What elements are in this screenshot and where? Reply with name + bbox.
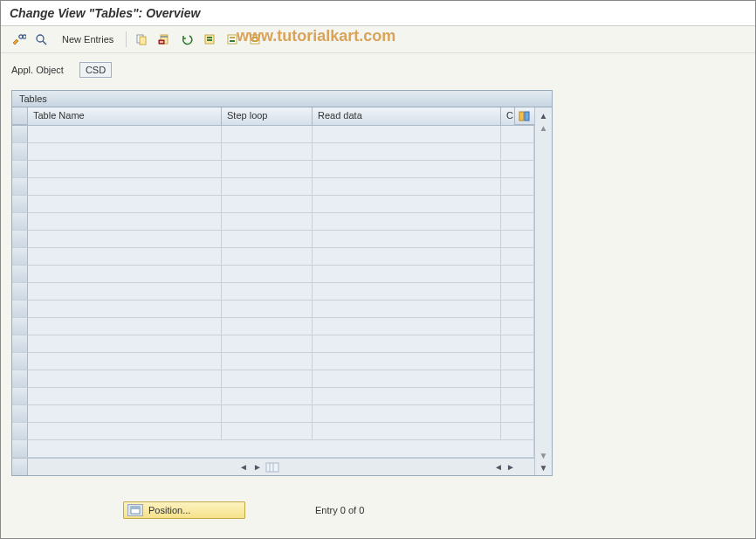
grid-cell[interactable] bbox=[501, 248, 534, 266]
grid-cell[interactable] bbox=[28, 126, 222, 143]
row-selector[interactable] bbox=[12, 370, 28, 388]
grid-cell[interactable] bbox=[28, 248, 222, 266]
grid-cell[interactable] bbox=[501, 335, 534, 353]
row-selector[interactable] bbox=[12, 266, 28, 283]
grid-cell[interactable] bbox=[222, 126, 313, 143]
copy-button[interactable] bbox=[132, 30, 151, 49]
grid-cell[interactable] bbox=[313, 196, 501, 213]
select-all-button[interactable] bbox=[200, 30, 219, 49]
scroll-right2-button[interactable]: ► bbox=[505, 461, 517, 473]
grid-cell[interactable] bbox=[28, 301, 222, 318]
grid-cell[interactable] bbox=[222, 388, 313, 405]
grid-cell[interactable] bbox=[501, 388, 534, 405]
row-selector[interactable] bbox=[12, 440, 28, 458]
row-selector[interactable] bbox=[12, 405, 28, 423]
scroll-left-button[interactable]: ◄ bbox=[237, 461, 250, 473]
row-selector[interactable] bbox=[12, 423, 28, 440]
row-selector[interactable] bbox=[12, 161, 28, 178]
grid-cell[interactable] bbox=[501, 196, 534, 213]
row-selector[interactable] bbox=[12, 248, 28, 266]
grid-cell[interactable] bbox=[313, 353, 501, 370]
delete-button[interactable] bbox=[155, 30, 174, 49]
grid-cell[interactable] bbox=[28, 423, 222, 440]
row-selector[interactable] bbox=[12, 126, 28, 143]
grid-cell[interactable] bbox=[222, 301, 313, 318]
grid-cell[interactable] bbox=[28, 178, 222, 196]
grid-cell[interactable] bbox=[28, 196, 222, 213]
grid-cell[interactable] bbox=[313, 370, 501, 388]
row-selector[interactable] bbox=[12, 213, 28, 231]
scroll-up-button[interactable]: ▲ bbox=[538, 109, 550, 121]
col-header-read-data[interactable]: Read data bbox=[313, 107, 501, 125]
scroll-left2-button[interactable]: ◄ bbox=[492, 461, 505, 473]
grid-cell[interactable] bbox=[501, 231, 534, 248]
grid-cell[interactable] bbox=[501, 353, 534, 370]
row-selector[interactable] bbox=[12, 196, 28, 213]
grid-cell[interactable] bbox=[222, 143, 313, 161]
grid-cell[interactable] bbox=[28, 283, 222, 301]
col-header-table-name[interactable]: Table Name bbox=[28, 107, 222, 125]
grid-cell[interactable] bbox=[222, 353, 313, 370]
grid-cell[interactable] bbox=[313, 388, 501, 405]
grid-cell[interactable] bbox=[313, 231, 501, 248]
row-selector[interactable] bbox=[12, 178, 28, 196]
grid-cell[interactable] bbox=[501, 423, 534, 440]
grid-cell[interactable] bbox=[501, 213, 534, 231]
grid-cell[interactable] bbox=[222, 405, 313, 423]
grid-cell[interactable] bbox=[313, 335, 501, 353]
grid-cell[interactable] bbox=[222, 370, 313, 388]
grid-cell[interactable] bbox=[28, 353, 222, 370]
col-header-c[interactable]: C bbox=[501, 107, 515, 125]
vertical-scrollbar[interactable]: ▲ ▲ ▼ ▼ bbox=[534, 107, 552, 475]
grid-cell[interactable] bbox=[501, 143, 534, 161]
grid-cell[interactable] bbox=[313, 126, 501, 143]
grid-cell[interactable] bbox=[28, 231, 222, 248]
grid-cell[interactable] bbox=[313, 405, 501, 423]
grid-cell[interactable] bbox=[313, 301, 501, 318]
grid-cell[interactable] bbox=[28, 388, 222, 405]
position-button[interactable]: Position... bbox=[123, 501, 245, 519]
row-selector-header[interactable] bbox=[12, 107, 28, 125]
col-header-step-loop[interactable]: Step loop bbox=[222, 107, 313, 125]
grid-cell[interactable] bbox=[28, 266, 222, 283]
grid-cell[interactable] bbox=[313, 213, 501, 231]
grid-cell[interactable] bbox=[313, 283, 501, 301]
grid-cell[interactable] bbox=[222, 213, 313, 231]
grid-cell[interactable] bbox=[313, 266, 501, 283]
grid-cell[interactable] bbox=[501, 178, 534, 196]
grid-cell[interactable] bbox=[222, 283, 313, 301]
grid-cell[interactable] bbox=[313, 423, 501, 440]
toggle-display-change-button[interactable] bbox=[10, 30, 29, 49]
grid-cell[interactable] bbox=[501, 126, 534, 143]
grid-cell[interactable] bbox=[222, 266, 313, 283]
row-selector[interactable] bbox=[12, 335, 28, 353]
grid-cell[interactable] bbox=[501, 370, 534, 388]
grid-cell[interactable] bbox=[28, 335, 222, 353]
grid-cell[interactable] bbox=[222, 178, 313, 196]
row-selector[interactable] bbox=[12, 143, 28, 161]
grid-cell[interactable] bbox=[313, 318, 501, 335]
row-selector[interactable] bbox=[12, 301, 28, 318]
grid-cell-spanning[interactable] bbox=[28, 440, 534, 458]
grid-cell[interactable] bbox=[501, 301, 534, 318]
grid-cell[interactable] bbox=[501, 405, 534, 423]
column-config-icon[interactable] bbox=[265, 462, 279, 473]
grid-cell[interactable] bbox=[501, 318, 534, 335]
find-button[interactable] bbox=[32, 30, 52, 49]
grid-cell[interactable] bbox=[222, 335, 313, 353]
grid-cell[interactable] bbox=[501, 161, 534, 178]
grid-cell[interactable] bbox=[222, 161, 313, 178]
row-selector[interactable] bbox=[12, 318, 28, 335]
grid-cell[interactable] bbox=[28, 370, 222, 388]
row-selector[interactable] bbox=[12, 388, 28, 405]
scroll-down-button[interactable]: ▼ bbox=[538, 461, 550, 473]
scroll-up2-button[interactable]: ▲ bbox=[538, 121, 550, 134]
grid-cell[interactable] bbox=[28, 143, 222, 161]
grid-cell[interactable] bbox=[28, 318, 222, 335]
grid-cell[interactable] bbox=[313, 248, 501, 266]
row-selector[interactable] bbox=[12, 231, 28, 248]
grid-cell[interactable] bbox=[501, 283, 534, 301]
grid-cell[interactable] bbox=[222, 248, 313, 266]
new-entries-button[interactable]: New Entries bbox=[55, 32, 120, 46]
grid-cell[interactable] bbox=[501, 266, 534, 283]
